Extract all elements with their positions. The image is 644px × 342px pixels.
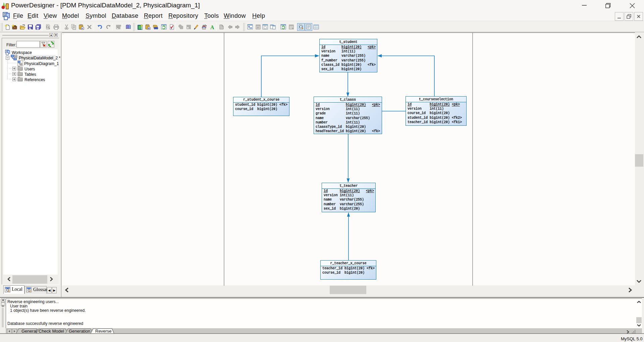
svg-text:A: A [210,24,214,30]
svg-text:Reverse: Reverse [95,329,111,334]
svg-text:?: ? [129,25,131,29]
svg-text:General: General [21,329,37,334]
svg-text:F: F [73,26,75,29]
svg-text:Generation: Generation [69,329,90,334]
svg-text:Check Model: Check Model [39,329,64,334]
